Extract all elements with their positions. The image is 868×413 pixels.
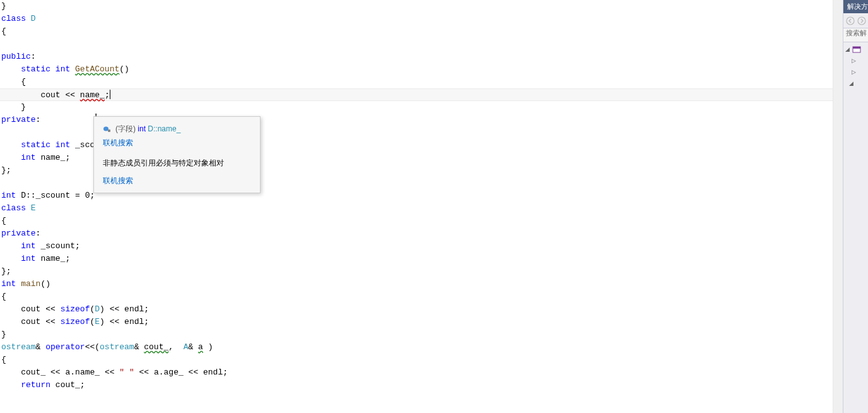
code-line[interactable]: static int GetACount() bbox=[0, 63, 833, 76]
tooltip-error-message: 非静态成员引用必须与特定对象相对 bbox=[103, 156, 251, 170]
code-line[interactable]: cout_ << a.name_ << " " << a.age_ << end… bbox=[0, 366, 833, 379]
code-line-active[interactable]: cout << name_; bbox=[0, 88, 833, 101]
svg-point-0 bbox=[103, 127, 108, 131]
expand-arrow-icon[interactable]: ▷ bbox=[850, 57, 857, 64]
code-line[interactable]: } bbox=[0, 101, 833, 114]
tooltip-search-link[interactable]: 联机搜索 bbox=[103, 174, 251, 188]
text-cursor bbox=[110, 90, 110, 99]
code-line[interactable]: { bbox=[0, 354, 833, 366]
expand-arrow-icon[interactable]: ◢ bbox=[843, 46, 851, 52]
code-line[interactable]: { bbox=[0, 76, 833, 88]
code-line[interactable]: } bbox=[0, 0, 833, 13]
svg-point-3 bbox=[858, 17, 865, 25]
code-line[interactable]: { bbox=[0, 290, 833, 303]
expand-arrow-icon[interactable]: ◢ bbox=[847, 80, 855, 87]
code-line[interactable]: } bbox=[0, 328, 833, 341]
code-line[interactable]: private: bbox=[0, 227, 833, 240]
svg-rect-5 bbox=[853, 47, 860, 49]
vertical-scrollbar[interactable] bbox=[833, 0, 843, 413]
tree-row[interactable]: ◢ bbox=[843, 44, 868, 55]
tooltip-search-link[interactable]: 联机搜索 bbox=[103, 136, 251, 150]
error-identifier: name_ bbox=[80, 90, 105, 100]
nav-back-button[interactable] bbox=[846, 16, 855, 26]
tree-row[interactable]: ◢ bbox=[843, 78, 868, 89]
svg-rect-1 bbox=[108, 129, 110, 132]
code-line[interactable]: int main() bbox=[0, 278, 833, 290]
solution-explorer-panel: 解决方 搜索解 ◢ ▷ ▷ ◢ bbox=[843, 0, 868, 413]
field-icon bbox=[103, 125, 112, 133]
solution-search-input[interactable]: 搜索解 bbox=[843, 28, 868, 42]
code-editor[interactable]: } class D { public: static int GetACount… bbox=[0, 0, 833, 413]
code-line[interactable]: int _scount; bbox=[0, 240, 833, 253]
panel-title: 解决方 bbox=[843, 0, 868, 13]
tree-row[interactable]: ▷ bbox=[843, 55, 868, 66]
code-line[interactable]: class D bbox=[0, 13, 833, 25]
code-line[interactable]: cout << sizeof(D) << endl; bbox=[0, 303, 833, 316]
solution-tree[interactable]: ◢ ▷ ▷ ◢ bbox=[843, 42, 868, 90]
code-line[interactable]: public: bbox=[0, 51, 833, 63]
code-line[interactable]: { bbox=[0, 215, 833, 227]
code-line[interactable] bbox=[0, 38, 833, 51]
nav-forward-button[interactable] bbox=[857, 16, 866, 26]
tooltip-field-label: (字段) bbox=[115, 124, 136, 133]
panel-toolbar bbox=[843, 13, 868, 28]
solution-icon bbox=[852, 45, 861, 54]
code-line[interactable]: }; bbox=[0, 265, 833, 278]
tree-row[interactable]: ▷ bbox=[843, 66, 868, 78]
code-line[interactable]: class E bbox=[0, 202, 833, 215]
svg-point-2 bbox=[847, 17, 854, 25]
expand-arrow-icon[interactable]: ▷ bbox=[850, 69, 857, 75]
code-line[interactable]: { bbox=[0, 25, 833, 38]
intellisense-tooltip: (字段) int D::name_ 联机搜索 非静态成员引用必须与特定对象相对 … bbox=[93, 116, 261, 193]
code-line[interactable]: cout << sizeof(E) << endl; bbox=[0, 316, 833, 328]
code-line[interactable]: ostream& operator<<(ostream& cout_, A& a… bbox=[0, 341, 833, 354]
code-line[interactable]: int name_; bbox=[0, 253, 833, 265]
code-line[interactable]: return cout_; bbox=[0, 379, 833, 392]
